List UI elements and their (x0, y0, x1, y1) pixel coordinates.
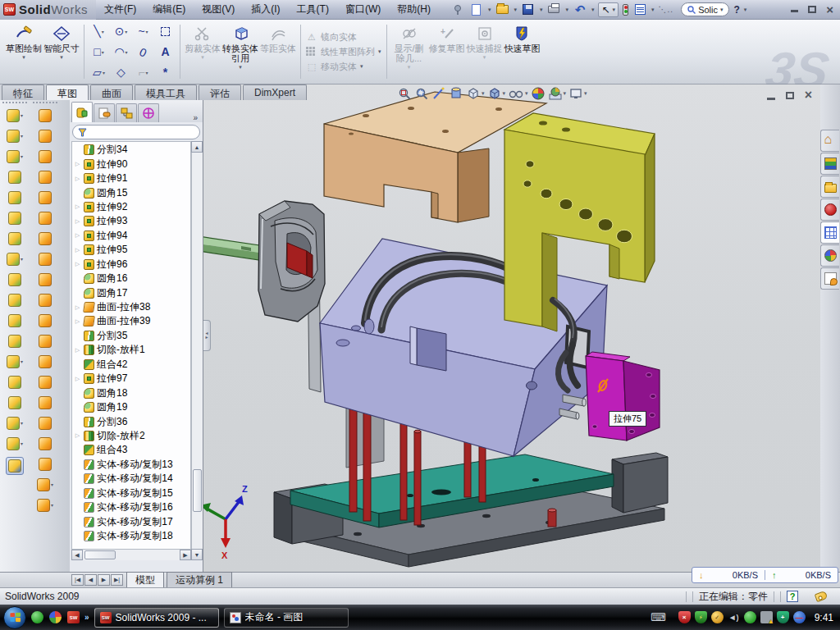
zoom-fit-button[interactable] (397, 86, 412, 101)
tree-filter-input[interactable] (72, 125, 200, 139)
expand-arrow-icon[interactable]: ▷ (74, 304, 81, 311)
tree-item[interactable]: ▷切除-放样1 (72, 343, 190, 357)
command-tab[interactable]: 评估 (199, 84, 241, 100)
menu-item[interactable]: 帮助(H) (389, 2, 439, 16)
sketch-fillet-tool[interactable]: ⌐▾ (132, 62, 154, 83)
linear-sketch-pattern-button[interactable]: 线性草图阵列 ▾ (306, 46, 381, 58)
tree-item[interactable]: 实体-移动/复制13 (72, 458, 190, 472)
move-copy-body-button[interactable] (8, 334, 21, 348)
section-view-button[interactable] (449, 86, 463, 101)
custom-properties-tab[interactable] (820, 267, 839, 290)
mid-surface-button[interactable] (39, 231, 52, 245)
expand-arrow-icon[interactable]: ▷ (74, 203, 81, 210)
curve-tool-button[interactable]: ▾ (7, 416, 23, 430)
first-tab-button[interactable]: |◀ (71, 574, 84, 586)
last-tab-button[interactable]: ▶| (111, 574, 123, 586)
thicken-button[interactable] (39, 395, 52, 409)
chevron-down-icon[interactable]: ▾ (525, 90, 528, 97)
model-tab[interactable]: 运动算例 1 (167, 572, 232, 589)
scrollbar-thumb[interactable] (84, 550, 116, 559)
chevron-down-icon[interactable]: ▾ (21, 112, 23, 118)
prev-tab-button[interactable]: ◀ (84, 574, 97, 586)
lofted-boss-button[interactable] (8, 170, 21, 184)
keyboard-layout-icon[interactable]: ⌨ (651, 611, 666, 623)
panel-splitter-handle[interactable]: ◂▸ (203, 320, 211, 351)
command-tab[interactable]: 曲面 (90, 84, 133, 100)
save-button[interactable] (521, 2, 536, 17)
graphics-area[interactable]: Y Z X ▾ ▾ ▾ ▾ ▾ × ◂▸ 拉伸75 (203, 84, 820, 572)
tree-item[interactable]: 圆角18 (72, 386, 190, 399)
appearances-scenes-tab[interactable] (820, 244, 839, 267)
lofted-surface-button[interactable] (39, 170, 52, 184)
tree-horizontal-scrollbar[interactable]: ◀ ▶ (71, 549, 191, 560)
tree-item[interactable]: ▷拉伸95 (72, 243, 190, 257)
sync-blocked-icon[interactable] (793, 611, 806, 623)
open-button[interactable] (495, 2, 509, 17)
taskbar-window-button[interactable]: SolidWorks 2009 - ... (94, 608, 219, 628)
taskbar-clock[interactable]: 9:41 (815, 612, 833, 623)
side-block[interactable] (586, 352, 660, 441)
filled-surface-button[interactable] (39, 211, 52, 225)
offset-entities-button[interactable]: 等距实体 (259, 21, 297, 82)
selection-box-tool[interactable] (154, 21, 176, 42)
tree-item[interactable]: ▷拉伸97 (72, 372, 190, 386)
extruded-boss-button[interactable]: ▾ (7, 108, 23, 122)
chevron-down-icon[interactable]: ▾ (514, 7, 517, 13)
offset-surface-button[interactable] (39, 252, 52, 266)
trim-surface-button[interactable] (39, 354, 52, 368)
media-quick-launch-icon[interactable] (49, 611, 62, 623)
tree-item[interactable]: ▷切除-放样2 (72, 429, 190, 443)
expand-arrow-icon[interactable]: ▷ (74, 218, 81, 225)
polygon-tool[interactable]: ◇ (110, 62, 132, 83)
chevron-down-icon[interactable]: ▾ (201, 54, 204, 61)
mirror-button[interactable] (8, 272, 21, 286)
start-button[interactable] (3, 606, 26, 629)
view-orientation-button[interactable]: ▾ (466, 86, 485, 101)
toolbox-tab[interactable] (820, 199, 839, 221)
chevron-down-icon[interactable]: ▾ (613, 7, 616, 13)
undo-button[interactable]: ↶ (573, 2, 587, 17)
tree-item[interactable]: ▷拉伸90 (72, 157, 190, 171)
model-tab[interactable]: 模型 (126, 572, 164, 589)
chevron-down-icon[interactable]: ▾ (540, 7, 543, 13)
display-delete-relations-button[interactable]: 显示/删除几... ▾ (390, 21, 428, 82)
move-entities-button[interactable]: ⬚ 移动实体 ▾ (306, 61, 381, 73)
tree-item[interactable]: 圆角19 (72, 400, 190, 414)
messenger-icon[interactable] (744, 611, 756, 623)
chevron-down-icon[interactable]: ▾ (239, 64, 242, 71)
expand-arrow-icon[interactable]: ▷ (74, 432, 81, 439)
shell-button[interactable] (8, 190, 21, 204)
circle-tool[interactable]: ⊙▾ (110, 21, 132, 42)
doc-restore-button[interactable] (786, 92, 794, 99)
edit-appearance-button[interactable] (531, 86, 546, 101)
display-style-button[interactable]: ▾ (487, 86, 506, 101)
command-tab[interactable]: 模具工具 (135, 84, 197, 100)
tree-item[interactable]: 圆角17 (72, 285, 190, 299)
taskbar-window-button[interactable]: 未命名 - 画图 (224, 608, 349, 628)
panel-expand-button[interactable]: » (189, 113, 201, 122)
property-manager-tab[interactable] (94, 103, 115, 122)
tree-item[interactable]: 组合43 (72, 443, 190, 457)
sketch-draw-button[interactable]: 草图绘制 ▾ (5, 21, 43, 82)
close-button[interactable]: × (826, 3, 833, 16)
tree-vertical-scrollbar[interactable]: ▲ ▼ (191, 141, 203, 560)
hole-wizard-button[interactable] (8, 231, 21, 245)
expand-arrow-icon[interactable]: ▷ (74, 232, 81, 239)
tree-item[interactable]: ▷拉伸93 (72, 214, 190, 228)
shut-off-surface-button[interactable]: ▾ (37, 477, 53, 491)
chevron-down-icon[interactable]: ▾ (21, 441, 23, 446)
tree-item[interactable]: ▷拉伸92 (72, 200, 190, 214)
volume-icon[interactable] (728, 611, 740, 623)
menu-item[interactable]: 插入(I) (243, 2, 288, 16)
antivirus-alert-icon[interactable] (678, 611, 691, 623)
health-shield-icon[interactable] (777, 611, 789, 623)
chevron-down-icon[interactable]: ▾ (591, 7, 595, 13)
tree-item[interactable]: ▷拉伸96 (72, 258, 190, 272)
command-tab[interactable]: 特征 (2, 84, 44, 100)
dimxpert-manager-tab[interactable] (138, 103, 159, 122)
parting-surface-button[interactable] (39, 457, 52, 471)
next-tab-button[interactable]: ▶ (98, 574, 110, 586)
doc-minimize-button[interactable] (767, 98, 775, 100)
reference-geometry-button[interactable]: ▾ (7, 354, 23, 368)
menu-item[interactable]: 视图(V) (194, 2, 243, 16)
